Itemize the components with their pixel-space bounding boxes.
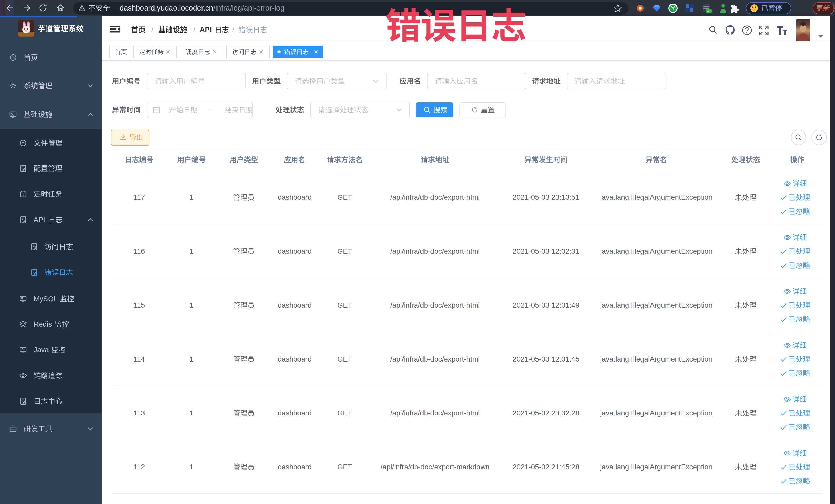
svg-text:on: on	[707, 9, 710, 13]
